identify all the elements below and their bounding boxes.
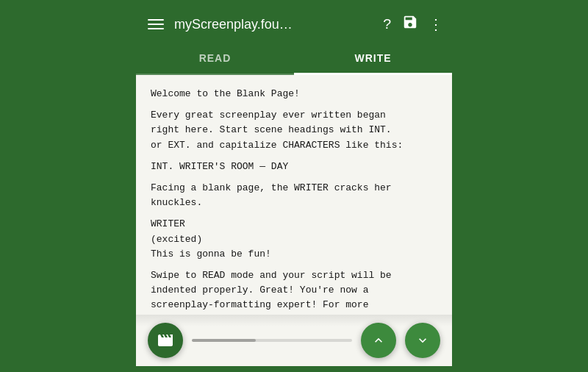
screenplay-line-3: right here. Start scene headings with IN… — [151, 123, 437, 137]
screenplay-line-2: Every great screenplay ever written bega… — [151, 108, 437, 123]
screenplay-line-7 — [151, 174, 437, 181]
menu-button[interactable] — [145, 16, 167, 32]
tab-write[interactable]: WRITE — [294, 43, 452, 74]
bottom-area — [136, 315, 452, 366]
scroll-down-button[interactable] — [405, 323, 440, 358]
screenplay-line-1 — [151, 101, 437, 108]
screenplay-line-9: knuckles. — [151, 196, 437, 210]
screenplay-line-14 — [151, 262, 437, 268]
phone-frame: myScreenplay.fou… ? ⋮ READ WRITE Welcome… — [136, 6, 452, 366]
screenplay-line-4: or EXT. and capitalize CHARACTERS like t… — [151, 138, 437, 153]
film-fab-button[interactable] — [148, 323, 183, 358]
tab-bar: READ WRITE — [136, 43, 452, 75]
screenplay-line-8: Facing a blank page, the WRITER cracks h… — [151, 181, 437, 196]
screenplay-text: Welcome to the Blank Page! Every great s… — [151, 87, 437, 315]
scrollbar-area — [183, 339, 361, 342]
screenplay-line-16: indented properly. Great! You're now a — [151, 283, 437, 298]
screenplay-line-5 — [151, 153, 437, 160]
screenplay-line-6: INT. WRITER'S ROOM — DAY — [151, 160, 437, 174]
scrollbar-thumb — [192, 339, 256, 342]
scrollbar-track[interactable] — [192, 339, 352, 342]
more-icon[interactable]: ⋮ — [429, 15, 443, 34]
tab-read[interactable]: READ — [136, 43, 294, 74]
screenplay-line-12: (excited) — [151, 232, 437, 247]
screenplay-line-11: WRITER — [151, 217, 437, 232]
app-title: myScreenplay.fou… — [174, 17, 376, 32]
top-bar: myScreenplay.fou… ? ⋮ — [136, 6, 452, 43]
screenplay-line-15: Swipe to READ mode and your script will … — [151, 268, 437, 283]
scroll-up-button[interactable] — [361, 323, 396, 358]
nav-fab-group — [361, 323, 440, 358]
help-icon[interactable]: ? — [383, 16, 392, 33]
screenplay-line-10 — [151, 210, 437, 217]
screenplay-line-0: Welcome to the Blank Page! — [151, 87, 437, 101]
screenplay-line-17: screenplay-formatting expert! For more — [151, 298, 437, 312]
screenplay-line-13: This is gonna be fun! — [151, 247, 437, 262]
content-area: Welcome to the Blank Page! Every great s… — [136, 75, 452, 315]
save-icon[interactable] — [402, 14, 418, 35]
top-icons: ? ⋮ — [383, 14, 443, 35]
